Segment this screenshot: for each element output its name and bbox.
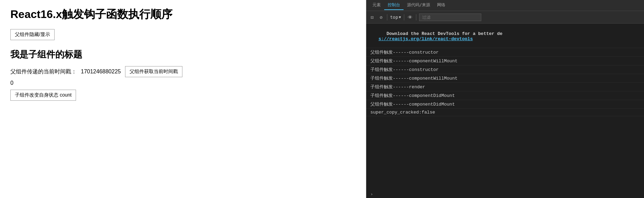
left-panel: React16.x触发钩子函数执行顺序 父组件隐藏/显示 我是子组件的标题 父组… — [0, 0, 366, 198]
tab-network[interactable]: 网络 — [434, 1, 449, 10]
page-title: React16.x触发钩子函数执行顺序 — [10, 7, 356, 22]
count-value: 0 — [10, 80, 356, 86]
toolbar-divider-3 — [416, 14, 416, 20]
console-clear-icon[interactable]: ⊡ — [369, 14, 375, 20]
devtools-panel: 元素 控制台 源代码/来源 网络 ⊡ ⊘ top ▼ 👁 Download th… — [366, 0, 644, 198]
console-output: Download the React DevTools for a better… — [366, 24, 644, 190]
toggle-button[interactable]: 父组件隐藏/显示 — [10, 29, 55, 40]
time-label: 父组件传递的当前时间戳： — [10, 68, 77, 75]
time-row: 父组件传递的当前时间戳： 1701246880225 父组件获取当前时间戳 — [10, 66, 356, 77]
no-symbol-icon[interactable]: ⊘ — [378, 14, 384, 20]
devtools-tabs: 元素 控制台 源代码/来源 网络 — [366, 0, 644, 11]
tab-elements[interactable]: 元素 — [369, 1, 384, 10]
console-line-8: super_copy_cracked:false — [366, 109, 644, 116]
console-line-5: 子组件触发------render — [366, 83, 644, 91]
eye-icon[interactable]: 👁 — [407, 14, 413, 20]
console-line-6: 子组件触发------componentDidMount — [366, 91, 644, 100]
context-selector[interactable]: top ▼ — [390, 15, 401, 20]
devtools-toolbar: ⊡ ⊘ top ▼ 👁 — [366, 11, 644, 24]
toolbar-divider-1 — [387, 14, 387, 20]
console-line-4: 子组件触发------componentWillMount — [366, 74, 644, 83]
filter-input[interactable] — [419, 14, 481, 21]
time-value: 1701246880225 — [81, 69, 121, 75]
tab-sources[interactable]: 源代码/来源 — [404, 1, 434, 10]
get-time-button[interactable]: 父组件获取当前时间戳 — [125, 66, 182, 77]
console-line-7: 父组件触发------componentDidMount — [366, 100, 644, 109]
devtools-react-notice: Download the React DevTools for a better… — [366, 25, 644, 48]
console-line-3: 子组件触发------constructor — [366, 65, 644, 74]
toolbar-divider-2 — [404, 14, 404, 20]
child-section-title: 我是子组件的标题 — [10, 48, 356, 61]
react-devtools-link[interactable]: s://reactjs.org/link/react-devtools — [378, 36, 473, 42]
console-line-1: 父组件触发------constructor — [366, 48, 644, 57]
change-count-button[interactable]: 子组件改变自身状态 count — [10, 90, 76, 101]
chevron-down-icon: ▼ — [399, 15, 401, 19]
tab-console[interactable]: 控制台 — [384, 1, 404, 10]
context-label: top — [390, 15, 398, 20]
console-line-2: 父组件触发------componentWillMount — [366, 57, 644, 65]
react-notice-text: Download the React DevTools for a better… — [370, 31, 502, 42]
console-prompt[interactable]: › — [366, 190, 644, 198]
prompt-chevron-icon: › — [370, 191, 373, 197]
